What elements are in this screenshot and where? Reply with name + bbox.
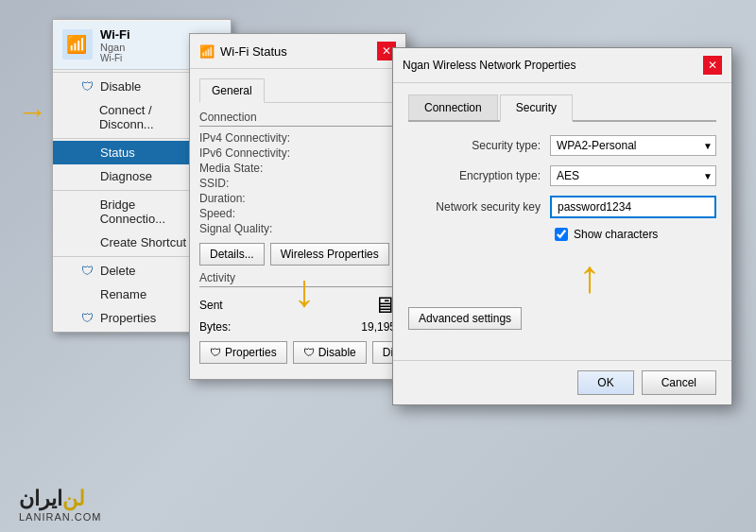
security-type-select[interactable]: WPA2-Personal WPA-Personal WEP No authen… [550, 135, 716, 156]
network-properties-content: Connection Security Security type: WPA2-… [393, 83, 731, 341]
svg-text:📶: 📶 [66, 34, 88, 55]
network-key-input[interactable] [550, 196, 716, 218]
disable-label: Disable [318, 346, 356, 359]
logo-url: LANIRAN.COM [19, 511, 101, 523]
duration-label: Duration: [199, 192, 290, 205]
properties-button[interactable]: 🛡 Properties [199, 341, 287, 364]
network-properties-close-button[interactable]: ✕ [703, 56, 722, 75]
bytes-label: Bytes: [199, 320, 231, 334]
security-type-row: Security type: WPA2-Personal WPA-Persona… [408, 135, 716, 156]
bytes-row: Bytes: 19,195 [199, 320, 396, 334]
properties-icon: 🛡 [210, 346, 221, 359]
ipv4-label: IPv4 Connectivity: [199, 131, 290, 145]
shield-icon-disable: 🛡 [79, 79, 94, 94]
desktop: → 📶 Wi-Fi Ngan Wi-Fi 🛡 Disable Connect [0, 0, 756, 532]
encryption-type-select[interactable]: AES TKIP [550, 165, 716, 186]
menu-item-diagnose-label: Diagnose [100, 169, 152, 183]
logo-iran: ایران [19, 487, 62, 510]
shield-icon-properties: 🛡 [79, 311, 94, 325]
security-type-label: Security type: [408, 139, 550, 152]
menu-item-disable-label: Disable [100, 79, 141, 94]
footer-buttons-row: 🛡 Properties 🛡 Disable Diag... [199, 341, 396, 364]
arrow-up-icon: ↑ [578, 250, 756, 302]
menu-header-subtitle: Ngan [100, 42, 130, 53]
speed-label: Speed: [199, 207, 290, 220]
wifi-status-icon: 📶 [199, 44, 215, 59]
tab-general[interactable]: General [199, 78, 265, 103]
disable-button[interactable]: 🛡 Disable [293, 341, 367, 364]
logo-lan: لن [62, 487, 85, 510]
bytes-value: 19,195 [361, 320, 396, 334]
ok-button[interactable]: OK [577, 370, 633, 395]
menu-item-rename-label: Rename [100, 287, 146, 301]
speed-value [296, 207, 396, 220]
details-button[interactable]: Details... [199, 243, 265, 266]
menu-item-properties-label: Properties [100, 311, 156, 325]
menu-item-status-label: Status [100, 146, 135, 160]
encryption-type-label: Encryption type: [408, 169, 550, 182]
menu-item-connect-label: Connect / Disconn... [99, 103, 202, 131]
arrow-right-icon: → [17, 94, 47, 129]
wifi-status-content: General Connection IPv4 Connectivity: IP… [190, 69, 405, 379]
wifi-status-title-text: Wi-Fi Status [220, 44, 287, 59]
network-properties-titlebar: Ngan Wireless Network Properties ✕ [393, 48, 731, 83]
ipv4-value [296, 131, 396, 145]
sent-label: Sent [199, 299, 223, 312]
tab-connection[interactable]: Connection [408, 94, 498, 120]
ipv6-label: IPv6 Connectivity: [199, 146, 290, 160]
connection-section-label: Connection [199, 111, 396, 127]
security-type-select-wrapper[interactable]: WPA2-Personal WPA-Personal WEP No authen… [550, 135, 716, 156]
menu-header-text: Wi-Fi Ngan Wi-Fi [100, 27, 130, 63]
network-key-row: Network security key [408, 196, 716, 218]
ssid-label: SSID: [199, 177, 290, 190]
media-state-label: Media State: [199, 162, 290, 175]
signal-label: Signal Quality: [199, 222, 290, 235]
network-key-label: Network security key [408, 200, 550, 214]
ipv6-value [296, 146, 396, 160]
show-characters-row: Show characters [555, 228, 716, 241]
wifi-status-tabbar: General [199, 78, 396, 103]
logo-area: لن‌ایران LANIRAN.COM [19, 487, 101, 523]
cancel-button[interactable]: Cancel [642, 370, 716, 395]
arrow-down-icon: ↓ [293, 265, 316, 317]
menu-item-delete-label: Delete [100, 264, 136, 278]
advanced-settings-button[interactable]: Advanced settings [408, 307, 522, 330]
wifi-status-window: 📶 Wi-Fi Status ✕ General Connection IPv4… [189, 33, 406, 380]
wifi-status-titlebar: 📶 Wi-Fi Status ✕ [190, 34, 405, 69]
signal-value [296, 222, 396, 235]
shield-icon-delete: 🛡 [79, 264, 94, 278]
media-state-value [296, 162, 396, 175]
network-properties-window: Ngan Wireless Network Properties ✕ Conne… [392, 47, 732, 405]
network-properties-title: Ngan Wireless Network Properties [403, 59, 576, 72]
details-buttons-row: Details... Wireless Properties [199, 243, 396, 266]
show-characters-checkbox[interactable] [555, 228, 568, 241]
wifi-context-icon: 📶 [62, 29, 93, 62]
encryption-type-select-wrapper[interactable]: AES TKIP ▼ [550, 165, 716, 186]
network-properties-footer: OK Cancel [393, 360, 731, 404]
properties-label: Properties [225, 346, 277, 359]
connection-info-grid: IPv4 Connectivity: IPv6 Connectivity: Me… [199, 131, 396, 235]
show-characters-label: Show characters [574, 228, 658, 241]
np-tabbar: Connection Security [408, 94, 716, 122]
menu-header-title: Wi-Fi [100, 27, 130, 42]
menu-item-bridge-label: Bridge Connectio... [100, 197, 202, 226]
menu-item-shortcut-label: Create Shortcut [100, 235, 186, 249]
menu-header-sub2: Wi-Fi [100, 53, 130, 63]
ssid-value [296, 177, 396, 190]
advanced-settings-row: Advanced settings [408, 307, 716, 330]
disable-icon: 🛡 [303, 346, 315, 359]
wifi-status-title: 📶 Wi-Fi Status [199, 44, 287, 59]
wireless-properties-button[interactable]: Wireless Properties [270, 243, 389, 266]
tab-security[interactable]: Security [500, 94, 573, 122]
logo-persian-text: لن‌ایران [19, 487, 101, 511]
encryption-type-row: Encryption type: AES TKIP ▼ [408, 165, 716, 186]
duration-value [296, 192, 396, 205]
